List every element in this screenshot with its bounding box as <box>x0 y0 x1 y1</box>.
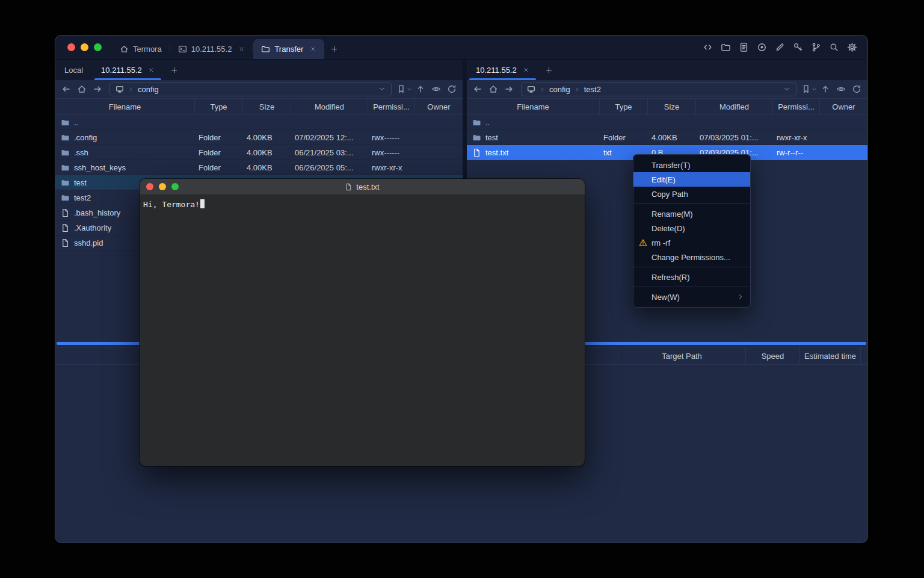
forward-button[interactable] <box>90 82 105 96</box>
column-header-owner[interactable]: Owner <box>414 99 463 114</box>
zoom-window-button[interactable] <box>171 183 179 190</box>
home-button[interactable] <box>75 82 89 96</box>
column-header-size[interactable]: Size <box>242 99 291 114</box>
forward-button[interactable] <box>502 82 516 96</box>
editor-text-area[interactable]: Hi, Termora! <box>140 195 585 466</box>
home-icon <box>77 84 87 94</box>
column-header-speed[interactable]: Speed <box>745 347 799 364</box>
log-icon <box>739 42 749 52</box>
column-header-target-path[interactable]: Target Path <box>618 347 745 364</box>
record-button[interactable] <box>756 42 768 53</box>
menu-item-label: rm -rf <box>651 238 670 247</box>
chevron-down-icon[interactable] <box>783 85 790 93</box>
menu-item-transfer[interactable]: Transfer(T) <box>633 158 750 172</box>
file-row[interactable]: .config Folder 4.00KB 07/02/2025 12:... … <box>55 130 463 145</box>
file-name: test2 <box>74 193 91 202</box>
show-hidden-button[interactable] <box>834 82 848 96</box>
tab-local[interactable]: Local <box>55 60 92 80</box>
menu-item-copy-path[interactable]: Copy Path <box>633 187 750 201</box>
refresh-button[interactable] <box>445 82 459 96</box>
tab-label: Transfer <box>274 45 303 54</box>
path-segment[interactable]: config <box>138 85 159 94</box>
column-header-modified[interactable]: Modified <box>291 99 368 114</box>
minimize-window-button[interactable] <box>81 43 88 51</box>
tab-label: Local <box>64 66 83 75</box>
file-name: .config <box>74 133 97 142</box>
file-row[interactable]: test Folder 4.00KB 07/03/2025 01:... rwx… <box>467 130 867 145</box>
menu-item-new[interactable]: New(W) <box>633 290 750 304</box>
search-button[interactable] <box>828 42 840 53</box>
minimize-window-button[interactable] <box>159 183 166 190</box>
log-button[interactable] <box>738 42 750 53</box>
refresh-button[interactable] <box>849 82 864 96</box>
chevron-right-icon <box>574 87 580 92</box>
column-header-modified[interactable]: Modified <box>695 99 772 114</box>
column-header-estimated-time[interactable]: Estimated time <box>799 347 860 364</box>
code-button[interactable] <box>702 42 713 53</box>
menu-divider <box>633 287 750 287</box>
gear-icon <box>847 42 857 52</box>
chevron-down-icon[interactable] <box>378 85 386 93</box>
close-window-button[interactable] <box>67 43 75 51</box>
close-tab-icon[interactable] <box>238 46 245 52</box>
close-tab-icon[interactable] <box>148 67 155 73</box>
key-icon <box>793 42 803 52</box>
file-row[interactable]: .ssh Folder 4.00KB 06/21/2025 03:... rwx… <box>55 145 463 160</box>
keys-button[interactable] <box>792 42 804 53</box>
tab-label: Termora <box>133 45 162 54</box>
tab-termora-home[interactable]: Termora <box>112 39 170 59</box>
close-tab-icon[interactable] <box>310 46 316 52</box>
menu-item-change-permissions[interactable]: Change Permissions... <box>633 250 750 264</box>
editor-titlebar[interactable]: test.txt <box>140 179 585 195</box>
file-row[interactable]: ssh_host_keys Folder 4.00KB 06/26/2025 0… <box>55 160 463 175</box>
tab-transfer[interactable]: Transfer <box>253 39 324 59</box>
new-panel-tab-button[interactable] <box>538 60 559 80</box>
column-header-filename[interactable]: Filename <box>467 99 599 114</box>
folder-button[interactable] <box>720 42 732 53</box>
menu-item-edit[interactable]: Edit(E) <box>633 172 750 187</box>
file-row[interactable]: .. <box>55 115 463 130</box>
back-button[interactable] <box>59 82 73 96</box>
home-button[interactable] <box>486 82 500 96</box>
new-tab-button[interactable] <box>324 39 344 59</box>
menu-item-label: New(W) <box>651 293 680 302</box>
column-header-permissions[interactable]: Permissi... <box>772 99 819 114</box>
column-header-type[interactable]: Type <box>194 99 242 114</box>
menu-item-refresh[interactable]: Refresh(R) <box>633 270 750 284</box>
column-header-type[interactable]: Type <box>599 99 647 114</box>
home-icon <box>488 84 498 94</box>
bookmark-button[interactable] <box>396 82 412 96</box>
menu-item-delete[interactable]: Delete(D) <box>633 221 750 235</box>
back-button[interactable] <box>470 82 485 96</box>
file-name: test <box>74 178 87 187</box>
arrow-right-icon <box>93 84 102 94</box>
path-bar[interactable]: config <box>109 82 392 96</box>
tab-remote-host[interactable]: 10.211.55.2 <box>92 60 164 80</box>
file-row[interactable]: .. <box>467 115 867 130</box>
close-window-button[interactable] <box>146 183 153 190</box>
file-name: .bash_history <box>74 208 120 217</box>
folder-icon <box>61 193 70 202</box>
column-header-size[interactable]: Size <box>647 99 695 114</box>
menu-item-rm-rf[interactable]: rm -rf <box>633 235 750 250</box>
tab-remote-host[interactable]: 10.211.55.2 <box>467 60 538 80</box>
show-hidden-button[interactable] <box>429 82 443 96</box>
menu-item-rename[interactable]: Rename(M) <box>633 207 750 221</box>
tab-host-terminal[interactable]: 10.211.55.2 <box>170 39 253 59</box>
column-header-owner[interactable]: Owner <box>819 99 867 114</box>
edit-button[interactable] <box>774 42 786 53</box>
eye-icon <box>836 84 846 94</box>
new-panel-tab-button[interactable] <box>164 60 185 80</box>
up-directory-button[interactable] <box>818 82 833 96</box>
column-header-permissions[interactable]: Permissi... <box>368 99 414 114</box>
bookmark-button[interactable] <box>801 82 817 96</box>
settings-button[interactable] <box>846 42 858 53</box>
up-directory-button[interactable] <box>413 82 428 96</box>
branch-button[interactable] <box>810 42 822 53</box>
path-bar[interactable]: config test2 <box>521 82 796 96</box>
close-tab-icon[interactable] <box>523 67 529 73</box>
path-segment[interactable]: test2 <box>584 85 601 94</box>
zoom-window-button[interactable] <box>94 43 102 51</box>
column-header-filename[interactable]: Filename <box>55 99 194 114</box>
path-segment[interactable]: config <box>549 85 570 94</box>
